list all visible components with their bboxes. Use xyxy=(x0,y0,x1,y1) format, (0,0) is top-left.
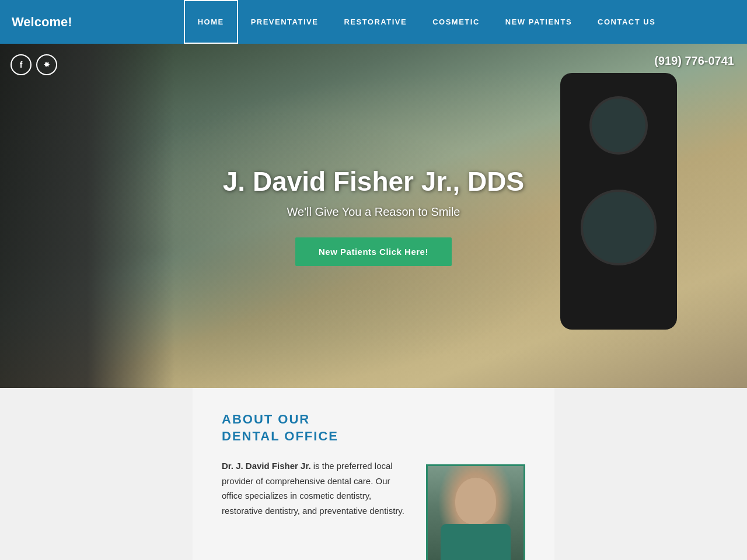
mirror-hole-top xyxy=(589,96,648,155)
about-doctor-name: Dr. J. David Fisher Jr. xyxy=(222,461,311,471)
doctor-photo xyxy=(426,464,525,560)
hero-title: J. David Fisher Jr., DDS xyxy=(223,166,524,197)
nav-item-home[interactable]: HOME xyxy=(184,0,238,44)
facebook-icon[interactable]: f xyxy=(11,54,32,75)
about-text-paragraph: Dr. J. David Fisher Jr. is the preferred… xyxy=(222,459,409,518)
nav-item-cosmetic[interactable]: COSMETIC xyxy=(420,0,493,44)
phone-number: (919) 776-0741 xyxy=(654,54,734,68)
nav-item-restorative[interactable]: RESTORATIVE xyxy=(331,0,420,44)
doctor-face xyxy=(455,478,496,524)
main-nav: HOME PREVENTATIVE RESTORATIVE COSMETIC N… xyxy=(117,0,735,44)
hero-mirror-prop xyxy=(537,73,700,365)
about-section: ABOUT OUR DENTAL OFFICE Dr. J. David Fis… xyxy=(0,388,747,560)
about-card: ABOUT OUR DENTAL OFFICE Dr. J. David Fis… xyxy=(193,388,554,560)
hero-subtitle: We'll Give You a Reason to Smile xyxy=(223,205,524,219)
doctor-body xyxy=(441,524,511,560)
site-header: Welcome! HOME PREVENTATIVE RESTORATIVE C… xyxy=(0,0,747,44)
site-logo: Welcome! xyxy=(12,15,117,30)
nav-item-preventative[interactable]: PREVENTATIVE xyxy=(238,0,331,44)
about-heading: ABOUT OUR DENTAL OFFICE xyxy=(222,411,525,444)
about-body: Dr. J. David Fisher Jr. is the preferred… xyxy=(222,459,525,560)
mirror-hole-bottom xyxy=(581,190,657,265)
hero-section: f ✸ (919) 776-0741 J. David Fisher Jr., … xyxy=(0,44,747,388)
nav-item-new-patients[interactable]: NEW PATIENTS xyxy=(493,0,585,44)
new-patients-cta-button[interactable]: New Patients Click Here! xyxy=(295,237,452,266)
hero-content: J. David Fisher Jr., DDS We'll Give You … xyxy=(223,166,524,266)
hero-figure-left xyxy=(0,44,175,388)
social-icons-group: f ✸ xyxy=(11,54,57,75)
yelp-icon[interactable]: ✸ xyxy=(36,54,57,75)
nav-item-contact-us[interactable]: CONTACT US xyxy=(585,0,668,44)
